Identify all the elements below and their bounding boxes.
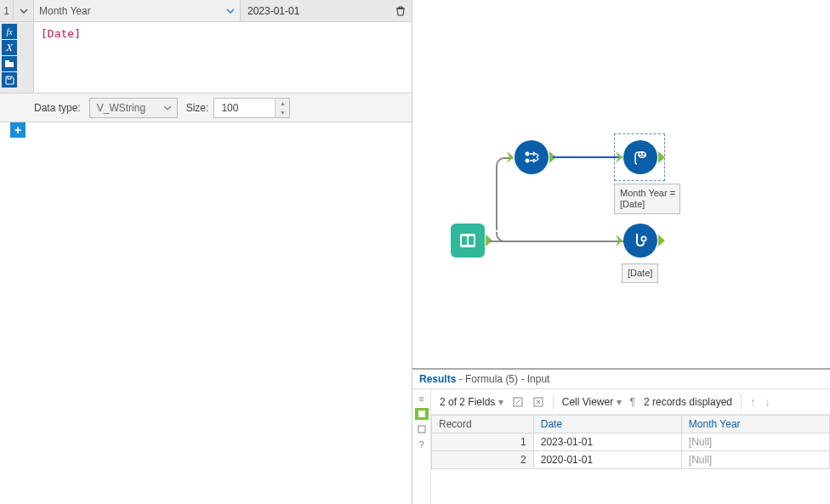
fx-icon[interactable]: fx [2,24,17,39]
results-title-text: Results [419,373,456,385]
chevron-down-icon [226,7,235,15]
browse-icon [630,230,651,251]
results-subtitle: - Formula (5) - Input [459,373,550,385]
spin-up-icon[interactable]: ▲ [276,99,289,108]
save-icon[interactable] [2,72,17,88]
select-tool-node[interactable] [514,140,549,174]
formula-row: 1 Month Year 2023-01-01 [0,0,412,22]
select-icon [521,147,542,167]
results-sidebar: ≡ ? [412,389,431,504]
svg-rect-3 [462,236,467,245]
separator [741,394,742,410]
wire [496,166,497,230]
metadata-view-icon[interactable] [415,423,429,435]
formula-editor[interactable]: [Date] [34,22,412,93]
formula-icon [630,147,651,167]
data-preview-cell: 2023-01-01 [241,0,389,21]
datatype-row: Data type: V_WString Size: 100 ▲ ▼ [0,93,412,122]
expand-toggle[interactable] [14,0,34,21]
cell-monthyear: [Null] [681,451,829,469]
size-label: Size: [186,102,209,114]
svg-rect-10 [640,156,644,156]
nav-up-button[interactable]: ↑ [750,395,756,409]
spin-down-icon[interactable]: ▼ [276,108,289,117]
svg-rect-13 [418,411,425,417]
output-column-dropdown[interactable]: Month Year [34,0,241,21]
help-icon[interactable]: ? [415,439,429,450]
trash-icon [395,5,406,17]
output-column-value: Month Year [39,5,91,17]
svg-point-9 [643,153,645,155]
data-view-icon[interactable] [415,408,429,420]
workflow-canvas[interactable]: Month Year = [Date] [Date] [412,0,830,368]
cell-date: 2020-01-01 [533,451,681,469]
cellviewer-dropdown[interactable]: Cell Viewer ▾ [562,396,622,408]
right-panel: Month Year = [Date] [Date] Results - For… [412,0,830,504]
folder-icon[interactable] [2,56,17,71]
records-displayed: 2 records displayed [644,396,732,408]
datatype-dropdown[interactable]: V_WString [89,98,178,118]
formula-tool-node[interactable] [623,140,657,174]
row-index: 1 [0,0,14,21]
svg-rect-14 [418,426,425,433]
table-row[interactable]: 2 2020-01-01 [Null] [432,451,830,469]
fields-dropdown[interactable]: 2 of 2 Fields ▾ [440,396,503,408]
svg-point-7 [638,151,646,158]
formula-annotation: Month Year = [Date] [614,184,680,214]
table-header-row: Record Date Month Year [432,416,830,433]
results-toolbar: 2 of 2 Fields ▾ Cell Viewer ▾ ¶ [431,389,830,415]
input-tool-node[interactable] [451,224,485,258]
table-row[interactable]: 1 2023-01-01 [Null] [432,433,830,451]
input-icon [457,229,479,252]
add-formula-button[interactable]: + [10,122,26,138]
cell-record: 1 [432,433,534,451]
chevron-down-icon [163,104,172,112]
browse-annotation: [Date] [622,263,658,283]
svg-point-8 [640,153,641,155]
svg-point-12 [642,237,645,241]
results-grid[interactable]: Record Date Month Year 1 2023-01-01 [Nul… [431,415,830,469]
list-view-icon[interactable]: ≡ [415,393,429,405]
cell-record: 2 [432,451,534,469]
pilcrow-icon[interactable]: ¶ [630,396,635,408]
formula-editor-area: fx X [Date] [0,22,412,93]
nav-down-button[interactable]: ↓ [765,395,770,409]
delete-row-button[interactable] [389,0,412,21]
results-pane: Results - Formula (5) - Input ≡ ? [412,368,830,504]
col-record[interactable]: Record [432,416,534,433]
variable-icon[interactable]: X [2,40,17,55]
svg-point-6 [526,159,530,163]
browse-tool-node[interactable] [623,224,657,258]
datatype-label: Data type: [34,102,81,114]
size-spinner[interactable]: ▲ ▼ [275,99,289,117]
formula-gutter: fx X [0,22,34,93]
cell-date: 2023-01-01 [533,433,681,451]
edit-icon[interactable] [512,396,524,408]
datatype-value: V_WString [97,102,145,114]
svg-rect-1 [5,60,9,63]
cell-monthyear: [Null] [681,433,829,451]
wire [489,241,625,242]
results-title: Results - Formula (5) - Input [412,370,830,388]
col-date[interactable]: Date [533,416,681,433]
col-monthyear[interactable]: Month Year [681,416,829,433]
size-input[interactable]: 100 ▲ ▼ [213,98,290,118]
svg-rect-4 [469,236,474,245]
size-value: 100 [221,102,238,114]
separator [553,394,554,410]
wire [553,156,622,158]
svg-point-5 [526,152,530,156]
clear-icon[interactable] [532,396,544,408]
config-panel: 1 Month Year 2023-01-01 fx X [0,0,412,504]
output-anchor[interactable] [658,235,665,246]
